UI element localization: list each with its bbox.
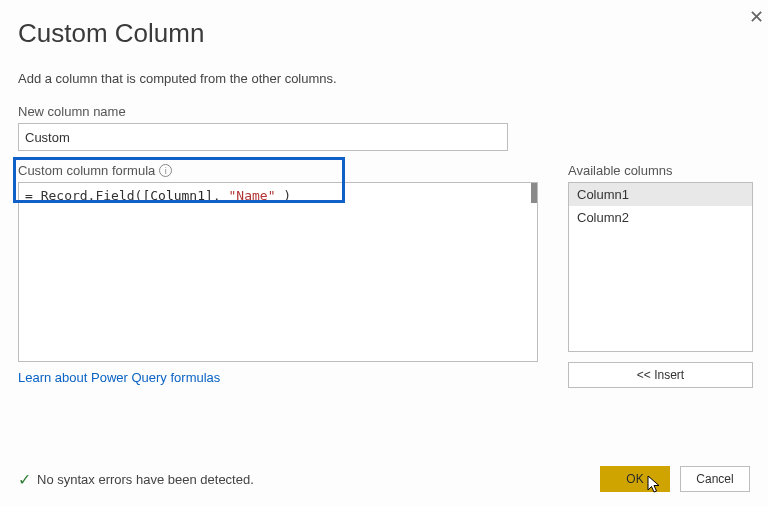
close-icon[interactable]: ✕ [749, 6, 764, 28]
insert-button[interactable]: << Insert [568, 362, 753, 388]
ok-button[interactable]: OK [600, 466, 670, 492]
available-columns-list[interactable]: Column1 Column2 [568, 182, 753, 352]
formula-input[interactable]: = Record.Field([Column1], "Name" ) [18, 182, 538, 362]
dialog-footer: ✓ No syntax errors have been detected. O… [18, 466, 750, 492]
checkmark-icon: ✓ [18, 470, 31, 489]
available-columns-section: Available columns Column1 Column2 << Ins… [568, 163, 753, 388]
status-text: No syntax errors have been detected. [37, 472, 254, 487]
button-row: OK Cancel [600, 466, 750, 492]
dialog-title: Custom Column [18, 18, 750, 49]
new-column-name-input[interactable] [18, 123, 508, 151]
info-icon[interactable]: i [159, 164, 172, 177]
formula-eq: = [25, 188, 41, 203]
text-cursor-marker [531, 183, 537, 203]
available-columns-label: Available columns [568, 163, 753, 178]
list-item[interactable]: Column1 [569, 183, 752, 206]
status-row: ✓ No syntax errors have been detected. [18, 470, 254, 489]
dialog-subtitle: Add a column that is computed from the o… [18, 71, 750, 86]
list-item[interactable]: Column2 [569, 206, 752, 229]
new-column-name-label: New column name [18, 104, 750, 119]
cursor-icon [647, 475, 665, 495]
formula-close: ) [275, 188, 291, 203]
formula-comma: , [213, 188, 229, 203]
formula-fn: Record.Field [41, 188, 135, 203]
formula-label: Custom column formula i [18, 163, 538, 178]
formula-string: "Name" [229, 188, 276, 203]
ok-button-label: OK [626, 472, 643, 486]
cancel-button[interactable]: Cancel [680, 466, 750, 492]
formula-section: Custom column formula i = Record.Field([… [18, 163, 538, 385]
formula-label-text: Custom column formula [18, 163, 155, 178]
formula-column-ref: [Column1] [142, 188, 212, 203]
custom-column-dialog: ✕ Custom Column Add a column that is com… [0, 0, 768, 400]
learn-formulas-link[interactable]: Learn about Power Query formulas [18, 370, 538, 385]
